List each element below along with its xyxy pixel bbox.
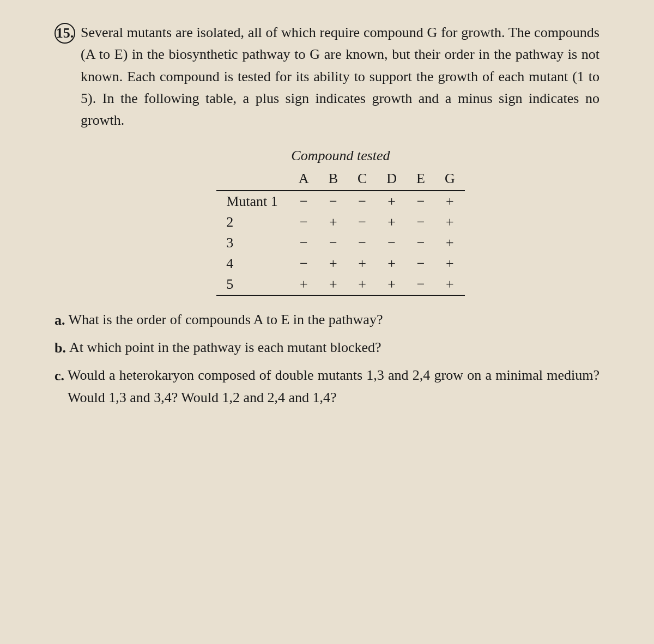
table-header-row: A B C D E G [216, 168, 465, 191]
sub-label-c: c. [55, 364, 64, 388]
question-intro: Several mutants are isolated, all of whi… [81, 22, 600, 131]
compound-label: Compound tested [82, 148, 600, 164]
cell-1-B: − [319, 191, 348, 212]
mutant-header-spacer [216, 168, 289, 191]
cell-1-G: + [435, 191, 465, 212]
mutant-label-1: Mutant 1 [216, 191, 289, 212]
question-number: 15. [55, 23, 75, 44]
cell-4-A: − [289, 253, 319, 274]
cell-1-D: + [377, 191, 407, 212]
mutant-label-4: 4 [216, 253, 289, 274]
cell-5-B: + [319, 274, 348, 295]
question-block: 15. Several mutants are isolated, all of… [55, 22, 600, 131]
cell-5-G: + [435, 274, 465, 295]
col-header-A: A [289, 168, 319, 191]
col-header-C: C [348, 168, 377, 191]
cell-2-G: + [435, 212, 465, 233]
mutant-label-5: 5 [216, 274, 289, 295]
sub-text-b: At which point in the pathway is each mu… [69, 337, 382, 359]
sub-label-a: a. [55, 309, 65, 332]
cell-4-D: + [377, 253, 407, 274]
cell-2-A: − [289, 212, 319, 233]
sub-questions: a. What is the order of compounds A to E… [55, 309, 600, 408]
cell-3-G: + [435, 233, 465, 253]
cell-2-D: + [377, 212, 407, 233]
cell-2-B: + [319, 212, 348, 233]
sub-text-a: What is the order of compounds A to E in… [69, 309, 383, 331]
cell-3-B: − [319, 233, 348, 253]
cell-4-B: + [319, 253, 348, 274]
cell-3-E: − [407, 233, 435, 253]
col-header-G: G [435, 168, 465, 191]
cell-3-A: − [289, 233, 319, 253]
sub-question-a: a. What is the order of compounds A to E… [55, 309, 600, 332]
cell-1-A: − [289, 191, 319, 212]
sub-text-c: Would a heterokaryon composed of double … [68, 364, 600, 409]
table-section: Compound tested A B C D E G Mutant 1 − − [82, 148, 600, 296]
cell-2-C: − [348, 212, 377, 233]
page-content: 15. Several mutants are isolated, all of… [55, 22, 600, 413]
cell-5-E: − [407, 274, 435, 295]
table-row: 3 − − − − − + [216, 233, 465, 253]
sub-question-b: b. At which point in the pathway is each… [55, 337, 600, 360]
sub-question-c: c. Would a heterokaryon composed of doub… [55, 364, 600, 409]
cell-3-D: − [377, 233, 407, 253]
sub-label-b: b. [55, 337, 66, 360]
cell-4-C: + [348, 253, 377, 274]
cell-4-E: − [407, 253, 435, 274]
table-row: 2 − + − + − + [216, 212, 465, 233]
col-header-B: B [319, 168, 348, 191]
mutant-label-3: 3 [216, 233, 289, 253]
cell-4-G: + [435, 253, 465, 274]
col-header-D: D [377, 168, 407, 191]
data-table: A B C D E G Mutant 1 − − − + − + [216, 168, 465, 296]
cell-5-A: + [289, 274, 319, 295]
cell-1-C: − [348, 191, 377, 212]
table-row: 4 − + + + − + [216, 253, 465, 274]
mutant-label-2: 2 [216, 212, 289, 233]
table-row: Mutant 1 − − − + − + [216, 191, 465, 212]
cell-1-E: − [407, 191, 435, 212]
col-header-E: E [407, 168, 435, 191]
table-row: 5 + + + + − + [216, 274, 465, 295]
cell-5-C: + [348, 274, 377, 295]
cell-5-D: + [377, 274, 407, 295]
cell-3-C: − [348, 233, 377, 253]
cell-2-E: − [407, 212, 435, 233]
